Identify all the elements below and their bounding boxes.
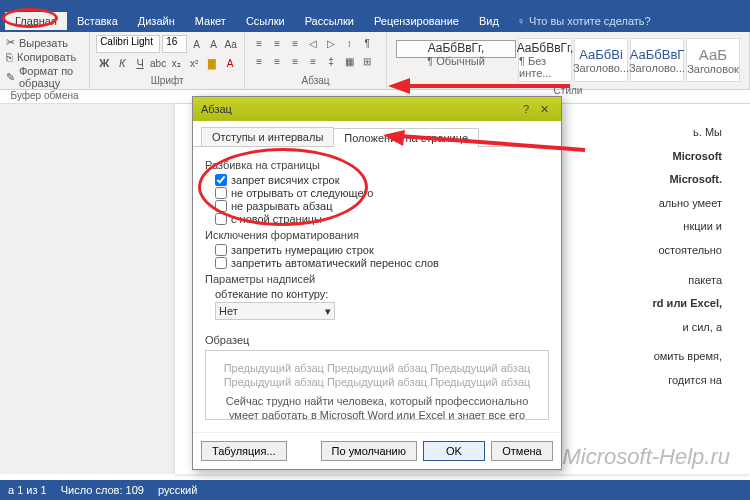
tab-view[interactable]: Вид — [469, 12, 509, 30]
sample-mid: Сейчас трудно найти человека, который пр… — [212, 394, 542, 420]
tab-home[interactable]: Главная — [5, 12, 67, 30]
status-lang[interactable]: русский — [158, 484, 197, 496]
bold-icon[interactable]: Ж — [96, 55, 112, 71]
font-size-select[interactable]: 16 — [162, 35, 187, 53]
section-textbox: Параметры надписей — [205, 273, 549, 285]
format-painter-button[interactable]: ✎Формат по образцу — [6, 64, 83, 90]
lightbulb-icon: ♀ — [517, 15, 525, 27]
style-preview: АаБбВвГ — [630, 47, 685, 62]
paragraph-dialog: Абзац ? ✕ Отступы и интервалы Положение … — [192, 96, 562, 470]
style-title[interactable]: АаБЗаголовок — [686, 38, 740, 82]
bullets-icon[interactable]: ≡ — [251, 35, 267, 51]
clipboard-group-label: Буфер обмена — [6, 90, 83, 101]
doc-text: годится на — [653, 372, 722, 390]
group-font: Calibri Light 16 A A Aa Ж К Ч abc x₂ x² … — [90, 32, 245, 89]
tab-insert[interactable]: Вставка — [67, 12, 128, 30]
doc-text: остоятельно — [653, 242, 722, 260]
check-widow[interactable]: запрет висячих строк — [215, 174, 549, 186]
group-clipboard: ✂Вырезать ⎘Копировать ✎Формат по образцу… — [0, 32, 90, 89]
tab-mailings[interactable]: Рассылки — [295, 12, 364, 30]
style-normal[interactable]: АаБбВвГг,¶ Обычный — [396, 40, 516, 58]
line-spacing-icon[interactable]: ‡ — [323, 53, 339, 69]
shading-icon[interactable]: ▦ — [341, 53, 357, 69]
style-name: ¶ Без инте... — [519, 55, 571, 79]
check-label: с новой страницы — [231, 213, 322, 225]
style-heading1[interactable]: АаБбВіЗаголово... — [574, 38, 628, 82]
strike-icon[interactable]: abc — [150, 55, 166, 71]
sample-preview: Предыдущий абзац Предыдущий абзац Предыд… — [205, 350, 549, 420]
numbering-icon[interactable]: ≡ — [269, 35, 285, 51]
check-keep-next-box[interactable] — [215, 187, 227, 199]
shrink-font-icon[interactable]: A — [206, 36, 221, 52]
tab-references[interactable]: Ссылки — [236, 12, 295, 30]
tabs-button[interactable]: Табуляция... — [201, 441, 287, 461]
format-painter-label: Формат по образцу — [19, 65, 83, 89]
align-right-icon[interactable]: ≡ — [287, 53, 303, 69]
style-heading2[interactable]: АаБбВвГЗаголово... — [630, 38, 684, 82]
tab-indents[interactable]: Отступы и интервалы — [201, 127, 334, 146]
superscript-icon[interactable]: x² — [186, 55, 202, 71]
tell-me-search[interactable]: ♀ Что вы хотите сделать? — [517, 15, 651, 27]
doc-text: ь. Мы — [653, 124, 722, 142]
font-color-icon[interactable]: A — [222, 55, 238, 71]
close-icon[interactable]: ✕ — [535, 103, 553, 116]
section-formatting: Исключения форматирования — [205, 229, 549, 241]
check-no-hyphen[interactable]: запретить автоматический перенос слов — [215, 257, 549, 269]
check-widow-box[interactable] — [215, 174, 227, 186]
justify-icon[interactable]: ≡ — [305, 53, 321, 69]
style-preview: АаБбВвГг, — [428, 41, 485, 55]
check-keep-lines[interactable]: не разрывать абзац — [215, 200, 549, 212]
doc-text: Microsoft — [653, 148, 722, 166]
tab-design[interactable]: Дизайн — [128, 12, 185, 30]
style-name: Заголово... — [629, 62, 685, 74]
help-icon[interactable]: ? — [517, 103, 535, 115]
status-words[interactable]: Число слов: 109 — [61, 484, 144, 496]
copy-label: Копировать — [17, 51, 76, 63]
tab-review[interactable]: Рецензирование — [364, 12, 469, 30]
grow-font-icon[interactable]: A — [189, 36, 204, 52]
check-label: запретить автоматический перенос слов — [231, 257, 439, 269]
change-case-icon[interactable]: Aa — [223, 36, 238, 52]
check-page-break[interactable]: с новой страницы — [215, 213, 549, 225]
check-label: запретить нумерацию строк — [231, 244, 374, 256]
highlight-icon[interactable]: ▇ — [204, 55, 220, 71]
dialog-title: Абзац — [201, 103, 232, 115]
indent-dec-icon[interactable]: ◁ — [305, 35, 321, 51]
tab-layout[interactable]: Макет — [185, 12, 236, 30]
wrap-select[interactable]: Нет▾ — [215, 302, 335, 320]
check-suppress-num-box[interactable] — [215, 244, 227, 256]
show-marks-icon[interactable]: ¶ — [359, 35, 375, 51]
ok-button[interactable]: OK — [423, 441, 485, 461]
cancel-button[interactable]: Отмена — [491, 441, 553, 461]
dialog-titlebar[interactable]: Абзац ? ✕ — [193, 97, 561, 121]
cut-button[interactable]: ✂Вырезать — [6, 35, 83, 50]
tab-page-position[interactable]: Положение на странице — [333, 128, 479, 147]
multilevel-icon[interactable]: ≡ — [287, 35, 303, 51]
align-center-icon[interactable]: ≡ — [269, 53, 285, 69]
borders-icon[interactable]: ⊞ — [359, 53, 375, 69]
check-page-break-box[interactable] — [215, 213, 227, 225]
indent-inc-icon[interactable]: ▷ — [323, 35, 339, 51]
check-keep-next[interactable]: не отрывать от следующего — [215, 187, 549, 199]
group-styles: АаБбВвГг,¶ Обычный АаБбВвГг,¶ Без инте..… — [387, 32, 750, 89]
default-button[interactable]: По умолчанию — [321, 441, 417, 461]
italic-icon[interactable]: К — [114, 55, 130, 71]
status-page[interactable]: а 1 из 1 — [8, 484, 47, 496]
style-name: Заголово... — [573, 62, 629, 74]
align-left-icon[interactable]: ≡ — [251, 53, 267, 69]
underline-icon[interactable]: Ч — [132, 55, 148, 71]
doc-text: ально умеет — [653, 195, 722, 213]
sort-icon[interactable]: ↕ — [341, 35, 357, 51]
font-name-select[interactable]: Calibri Light — [96, 35, 160, 53]
group-paragraph: ≡ ≡ ≡ ◁ ▷ ↕ ¶ ≡ ≡ ≡ ≡ ‡ ▦ ⊞ Абзац — [245, 32, 387, 89]
dialog-tabs: Отступы и интервалы Положение на страниц… — [193, 121, 561, 147]
check-suppress-num[interactable]: запретить нумерацию строк — [215, 244, 549, 256]
doc-text: Microsoft. — [653, 171, 722, 189]
check-keep-lines-box[interactable] — [215, 200, 227, 212]
scissors-icon: ✂ — [6, 36, 15, 49]
check-no-hyphen-box[interactable] — [215, 257, 227, 269]
subscript-icon[interactable]: x₂ — [168, 55, 184, 71]
style-name: ¶ Обычный — [427, 55, 485, 67]
style-no-spacing[interactable]: АаБбВвГг,¶ Без инте... — [518, 38, 572, 82]
copy-button[interactable]: ⎘Копировать — [6, 50, 83, 64]
